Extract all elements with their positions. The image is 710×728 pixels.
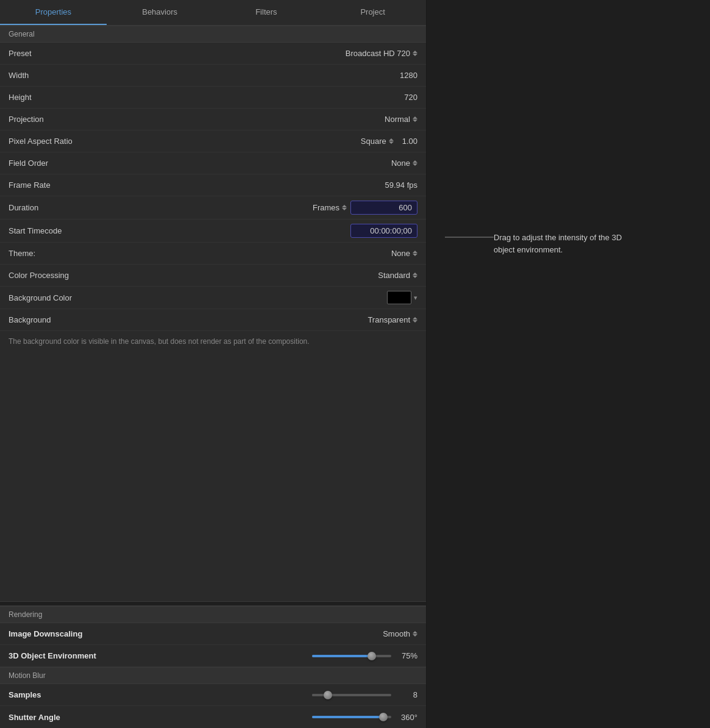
object-env-slider-track[interactable] (312, 655, 391, 657)
image-downscaling-up-arrow[interactable] (413, 631, 417, 633)
spacer (0, 355, 426, 601)
samples-slider-thumb[interactable] (324, 691, 332, 699)
frame-rate-row: Frame Rate 59.94 fps (0, 174, 426, 196)
background-color-row: Background Color ▾ (0, 287, 426, 309)
general-section-header: General (0, 26, 426, 43)
background-text: Transparent (367, 315, 410, 324)
projection-up-arrow[interactable] (413, 116, 417, 119)
duration-row: Duration Frames (0, 196, 426, 219)
preset-up-arrow[interactable] (413, 51, 417, 53)
duration-value-container: Frames (106, 201, 417, 215)
image-downscaling-stepper[interactable] (413, 631, 417, 637)
color-processing-stepper[interactable] (413, 273, 417, 278)
background-select[interactable]: Transparent (367, 315, 417, 324)
background-row: Background Transparent (0, 309, 426, 331)
theme-down-arrow[interactable] (413, 254, 417, 256)
color-processing-row: Color Processing Standard (0, 265, 426, 287)
field-order-down-arrow[interactable] (413, 163, 417, 166)
theme-select[interactable]: None (391, 249, 417, 258)
shutter-angle-slider-fill (312, 716, 383, 718)
width-row: Width 1280 (0, 65, 426, 87)
frame-rate-label: Frame Rate (9, 180, 106, 190)
height-value: 720 (404, 93, 417, 102)
left-panel: Properties Behaviors Filters Project Gen… (0, 0, 427, 728)
pixel-aspect-down-arrow[interactable] (389, 141, 394, 144)
projection-down-arrow[interactable] (413, 120, 417, 122)
field-order-up-arrow[interactable] (413, 160, 417, 163)
shutter-angle-value: 360° (396, 713, 417, 722)
background-color-swatch[interactable]: ▾ (387, 291, 417, 304)
samples-label: Samples (9, 690, 106, 699)
projection-select[interactable]: Normal (385, 115, 417, 124)
color-processing-value-container: Standard (106, 271, 417, 280)
field-order-stepper[interactable] (413, 160, 417, 166)
shutter-angle-value-container: 360° (106, 713, 417, 722)
shutter-angle-label: Shutter Angle (9, 713, 106, 722)
start-timecode-input[interactable] (350, 224, 417, 238)
background-stepper[interactable] (413, 317, 417, 323)
duration-label: Duration (9, 203, 106, 212)
pixel-aspect-ratio-type: Square (361, 137, 386, 146)
object-env-slider-thumb[interactable] (367, 652, 376, 660)
tab-properties[interactable]: Properties (0, 0, 107, 25)
height-row: Height 720 (0, 87, 426, 109)
section-divider (0, 601, 426, 606)
samples-row: Samples 8 (0, 684, 426, 706)
theme-text: None (391, 249, 410, 258)
samples-value-container: 8 (106, 690, 417, 699)
duration-unit-select[interactable]: Frames (313, 203, 347, 212)
samples-slider-track[interactable] (312, 694, 391, 696)
tooltip-connector (445, 237, 494, 238)
shutter-angle-row: Shutter Angle 360° (0, 706, 426, 728)
start-timecode-value-container (106, 224, 417, 238)
duration-unit-down-arrow[interactable] (342, 208, 347, 210)
background-note: The background color is visible in the c… (0, 331, 426, 355)
image-downscaling-label: Image Downscaling (9, 629, 106, 638)
theme-label: Theme: (9, 249, 106, 258)
pixel-aspect-up-arrow[interactable] (389, 138, 394, 141)
object-env-value-container: 75% (106, 651, 417, 660)
theme-up-arrow[interactable] (413, 251, 417, 253)
pixel-aspect-ratio-select[interactable]: Square (361, 137, 394, 146)
pixel-aspect-ratio-stepper[interactable] (389, 138, 394, 144)
pixel-aspect-ratio-value-container: Square 1.00 (106, 137, 417, 146)
width-value-container: 1280 (106, 71, 417, 80)
background-down-arrow[interactable] (413, 320, 417, 323)
preset-row: Preset Broadcast HD 720 (0, 43, 426, 65)
image-downscaling-down-arrow[interactable] (413, 634, 417, 637)
pixel-aspect-ratio-value: 1.00 (402, 137, 417, 146)
duration-unit-stepper[interactable] (342, 205, 347, 210)
preset-select[interactable]: Broadcast HD 720 (346, 49, 417, 58)
tab-filters[interactable]: Filters (213, 0, 320, 25)
field-order-select[interactable]: None (391, 159, 417, 168)
theme-stepper[interactable] (413, 251, 417, 256)
color-swatch[interactable] (387, 291, 411, 304)
duration-unit-up-arrow[interactable] (342, 205, 347, 207)
projection-label: Projection (9, 115, 106, 124)
tab-behaviors[interactable]: Behaviors (107, 0, 213, 25)
preset-label: Preset (9, 49, 106, 58)
duration-unit-text: Frames (313, 203, 339, 212)
background-label: Background (9, 315, 106, 324)
color-processing-up-arrow[interactable] (413, 273, 417, 275)
shutter-angle-slider-thumb[interactable] (379, 713, 388, 721)
tab-project[interactable]: Project (319, 0, 426, 25)
samples-value: 8 (396, 690, 417, 699)
projection-stepper[interactable] (413, 116, 417, 122)
background-up-arrow[interactable] (413, 317, 417, 319)
image-downscaling-select[interactable]: Smooth (383, 629, 417, 638)
rendering-section-header: Rendering (0, 606, 426, 623)
color-processing-down-arrow[interactable] (413, 276, 417, 278)
preset-stepper[interactable] (413, 51, 417, 56)
field-order-label: Field Order (9, 159, 106, 168)
object-env-label: 3D Object Environment (9, 651, 106, 660)
preset-down-arrow[interactable] (413, 54, 417, 56)
shutter-angle-slider-track[interactable] (312, 716, 391, 718)
preset-value-container: Broadcast HD 720 (106, 49, 417, 58)
duration-input[interactable] (350, 201, 417, 215)
image-downscaling-row: Image Downscaling Smooth (0, 623, 426, 645)
start-timecode-label: Start Timecode (9, 226, 106, 235)
object-env-row: 3D Object Environment 75% (0, 645, 426, 667)
color-processing-select[interactable]: Standard (378, 271, 417, 280)
color-dropdown-arrow[interactable]: ▾ (414, 294, 417, 302)
